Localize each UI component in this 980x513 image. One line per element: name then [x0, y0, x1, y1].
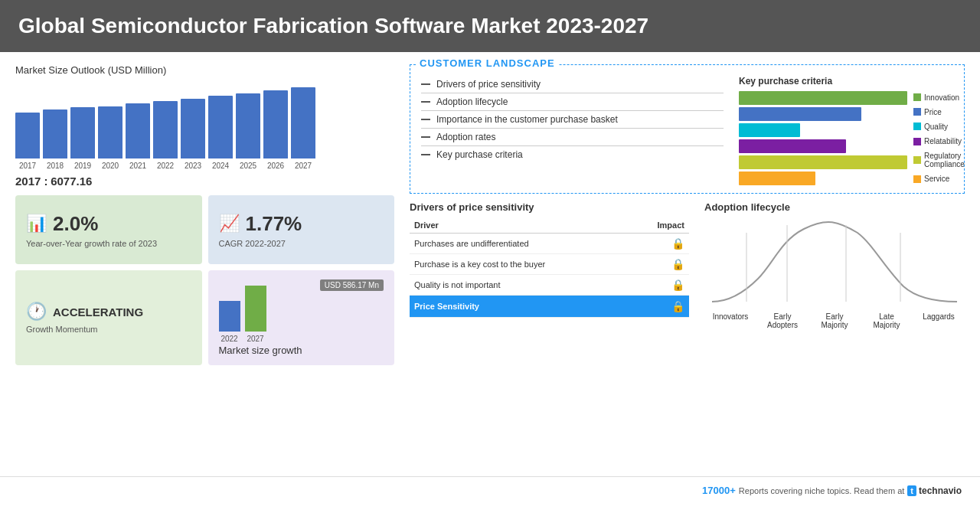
- gauge-icon: 🕐: [26, 302, 47, 322]
- technavio-t-badge: t: [907, 485, 916, 496]
- page-header: Global Semiconductor Fabrication Softwar…: [0, 0, 980, 52]
- adoption-lifecycle-title: Adoption lifecycle: [704, 201, 965, 213]
- legend-quality: Quality: [913, 123, 965, 131]
- legend-dot-regulatory: [913, 156, 921, 164]
- purchase-criteria-chart: Innovation Price Quality: [739, 91, 953, 185]
- customer-landscape-section: CUSTOMER LANDSCAPE Drivers of price sens…: [410, 64, 965, 194]
- legend-innovation: Innovation: [913, 93, 965, 102]
- mini-label-2022: 2022: [219, 335, 240, 343]
- price-sensitivity-label: Price Sensitivity: [410, 296, 632, 318]
- right-panel: CUSTOMER LANDSCAPE Drivers of price sens…: [410, 64, 965, 476]
- cl-item-3: Importance in the customer purchase bask…: [421, 111, 724, 129]
- cl-item-5: Key purchase criteria: [421, 146, 724, 163]
- mini-label-2027: 2027: [245, 335, 266, 343]
- cagr-row: 📈 1.77%: [219, 212, 384, 236]
- yoy-value: 2.0%: [53, 212, 98, 236]
- impact-key-cost: 🔒: [632, 254, 689, 275]
- accel-sublabel: Growth Momentum: [26, 325, 191, 334]
- bar-2025: [236, 93, 260, 158]
- bar-chart-area: 2017 2018 2019 2020 2021 2022 2023 2024 …: [15, 82, 394, 170]
- market-size-title: Market Size Outlook (USD Million): [15, 64, 394, 76]
- accel-label: ACCELERATING: [53, 306, 143, 319]
- cl-left: Drivers of price sensitivity Adoption li…: [421, 76, 724, 185]
- cl-dash-1: [421, 83, 430, 85]
- bar-2023: [181, 99, 205, 158]
- mini-bar-2022: [219, 301, 240, 332]
- price-sensitivity-section: Drivers of price sensitivity Driver Impa…: [410, 201, 689, 476]
- label-laggards: Laggards: [913, 312, 965, 329]
- impact-quality: 🔒: [632, 275, 689, 296]
- legend-regulatory: Regulatory Compliance: [913, 152, 965, 168]
- ps-table: Driver Impact Purchases are undifferenti…: [410, 217, 689, 318]
- growth-chart-icon: 📊: [26, 214, 47, 234]
- bar-2027: [291, 87, 315, 158]
- adoption-lifecycle-section: Adoption lifecycle Innovators EarlyAdopt: [704, 201, 965, 476]
- mini-chart-box: USD 586.17 Mn 2022 2027 Market size grow…: [208, 270, 395, 365]
- cagr-chart-icon: 📈: [219, 214, 240, 234]
- label-early-adopters: EarlyAdopters: [756, 312, 808, 329]
- cl-title: CUSTOMER LANDSCAPE: [416, 57, 558, 69]
- driver-key-cost: Purchase is a key cost to the buyer: [410, 254, 632, 275]
- cagr-value: 1.77%: [246, 212, 302, 236]
- lifecycle-curve: [712, 222, 957, 302]
- label-early-majority: EarlyMajority: [808, 312, 861, 329]
- mini-bar-2027: [245, 286, 266, 332]
- year-label: 2017 :: [15, 175, 48, 188]
- table-row: Purchase is a key cost to the buyer 🔒: [410, 254, 689, 275]
- bar-relatability: [739, 139, 846, 153]
- table-row: Purchases are undifferentiated 🔒: [410, 234, 689, 254]
- legend-service: Service: [913, 175, 965, 183]
- lifecycle-svg: [704, 217, 965, 309]
- impact-undifferentiated: 🔒: [632, 234, 689, 254]
- lock-icon-1: 🔒: [671, 237, 684, 250]
- bar-2017: [15, 113, 40, 158]
- label-late-majority: LateMajority: [861, 312, 913, 329]
- cl-wrapper: Drivers of price sensitivity Adoption li…: [421, 76, 953, 185]
- legend-dot-service: [913, 175, 921, 183]
- table-row: Quality is not important 🔒: [410, 275, 689, 296]
- footer-text: Reports covering niche topics. Read them…: [739, 486, 904, 495]
- main-content: Market Size Outlook (USD Million) 2017 2…: [0, 52, 980, 476]
- cl-dash-2: [421, 101, 430, 103]
- bar-2018: [43, 109, 67, 158]
- ps-col-driver: Driver: [410, 217, 632, 234]
- cagr-label: CAGR 2022-2027: [219, 239, 384, 248]
- price-sensitivity-row: Price Sensitivity 🔒: [410, 296, 689, 318]
- bar-chart: [15, 82, 394, 158]
- mini-bars: [219, 286, 384, 332]
- cl-dash-4: [421, 136, 430, 138]
- criteria-bars: [739, 91, 907, 185]
- market-growth-label: Market size growth: [219, 345, 384, 356]
- bottom-section: Drivers of price sensitivity Driver Impa…: [410, 201, 965, 476]
- bar-service: [739, 172, 815, 185]
- criteria-legend: Innovation Price Quality: [913, 91, 965, 185]
- adoption-lifecycle-chart: [704, 217, 965, 309]
- year-number: 6077.16: [51, 175, 92, 188]
- legend-dot-price: [913, 108, 921, 116]
- yoy-row: 📊 2.0%: [26, 212, 191, 236]
- technavio-logo: t technavio: [907, 485, 962, 496]
- yoy-box: 📊 2.0% Year-over-Year growth rate of 202…: [15, 195, 202, 264]
- key-purchase-title: Key purchase criteria: [739, 76, 953, 87]
- page-title: Global Semiconductor Fabrication Softwar…: [18, 14, 962, 38]
- mini-bar-labels: 2022 2027: [219, 335, 384, 343]
- bar-2019: [70, 107, 95, 158]
- footer: 17000+ Reports covering niche topics. Re…: [0, 476, 980, 504]
- cl-item-1: Drivers of price sensitivity: [421, 76, 724, 93]
- driver-quality: Quality is not important: [410, 275, 632, 296]
- cagr-box: 📈 1.77% CAGR 2022-2027: [208, 195, 395, 264]
- label-innovators: Innovators: [704, 312, 756, 329]
- stat-boxes: 📊 2.0% Year-over-Year growth rate of 202…: [15, 195, 394, 365]
- cl-dash-5: [421, 154, 430, 155]
- usd-badge: USD 586.17 Mn: [320, 279, 384, 291]
- ps-title: Drivers of price sensitivity: [410, 201, 689, 213]
- lock-icon-3: 🔒: [671, 279, 684, 291]
- legend-price: Price: [913, 108, 965, 116]
- legend-dot-quality: [913, 123, 921, 130]
- bar-regulatory: [739, 155, 907, 169]
- al-labels: Innovators EarlyAdopters EarlyMajority L…: [704, 312, 965, 329]
- bar-innovation: [739, 91, 907, 105]
- legend-dot-innovation: [913, 93, 921, 101]
- footer-count: 17000+: [702, 485, 736, 496]
- accel-row: 🕐 ACCELERATING: [26, 302, 191, 322]
